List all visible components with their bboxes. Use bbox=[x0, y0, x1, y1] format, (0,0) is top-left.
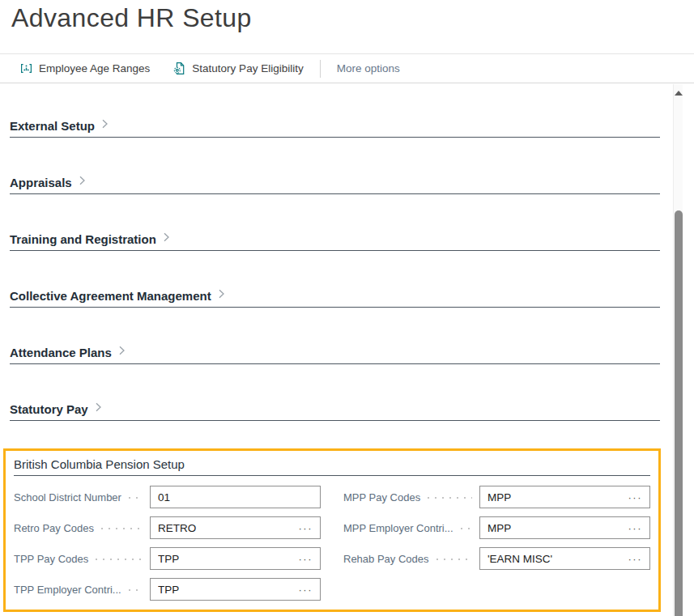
employee-age-ranges-label: Employee Age Ranges bbox=[39, 62, 150, 74]
dotted-leader bbox=[129, 589, 143, 591]
fasttab-label: Collective Agreement Management bbox=[10, 289, 211, 303]
fasttab-rule bbox=[10, 250, 660, 251]
assist-edit-button[interactable]: ··· bbox=[299, 522, 313, 534]
fasttab-label: Training and Registration bbox=[10, 232, 156, 246]
pension-column-2: MPP Pay Codes MPP ··· MPP Employer Contr… bbox=[343, 486, 650, 601]
field-value: RETRO bbox=[158, 522, 299, 534]
dotted-leader bbox=[428, 497, 472, 499]
field-value: TPP bbox=[158, 553, 299, 565]
field-value: 01 bbox=[158, 491, 313, 503]
dotted-leader bbox=[96, 559, 143, 560]
employee-age-ranges-icon bbox=[19, 62, 33, 75]
dotted-leader bbox=[461, 528, 472, 529]
fasttab-section[interactable]: Training and Registration bbox=[10, 220, 660, 277]
fasttab-list: External Setup Appraisals Training and R… bbox=[10, 107, 660, 447]
fasttab-section[interactable]: Attendance Plans bbox=[10, 333, 660, 390]
advanced-hr-setup-page: Advanced HR Setup Employee Age Ranges bbox=[0, 0, 694, 616]
field-row: MPP Pay Codes MPP ··· bbox=[343, 486, 650, 508]
field-value: MPP bbox=[488, 491, 628, 503]
fasttab-rule bbox=[10, 307, 660, 308]
assist-edit-button[interactable]: ··· bbox=[628, 522, 643, 534]
chevron-right-icon bbox=[163, 232, 170, 246]
dotted-leader bbox=[436, 559, 472, 560]
fasttab-rule bbox=[10, 193, 660, 194]
field-input[interactable]: MPP ··· bbox=[479, 516, 650, 539]
field-input[interactable]: TPP ··· bbox=[150, 547, 321, 570]
field-row: TPP Employer Contri... TPP ··· bbox=[14, 578, 321, 601]
toolbar-separator bbox=[320, 60, 321, 78]
field-label-wrap: MPP Pay Codes bbox=[343, 491, 479, 503]
field-label: Retro Pay Codes bbox=[14, 522, 94, 534]
chevron-right-icon bbox=[101, 118, 109, 133]
statutory-pay-eligibility-button[interactable]: Statutory Pay Eligibility bbox=[172, 62, 303, 75]
field-value: MPP bbox=[488, 522, 628, 534]
field-value: TPP bbox=[158, 584, 299, 596]
field-label-wrap: School District Number bbox=[14, 491, 150, 503]
field-input[interactable]: 'EARN MISC' ··· bbox=[479, 547, 650, 570]
field-label-wrap: TPP Pay Codes bbox=[14, 553, 150, 565]
field-row: TPP Pay Codes TPP ··· bbox=[14, 547, 321, 570]
assist-edit-button[interactable]: ··· bbox=[299, 553, 313, 565]
field-label-wrap: Retro Pay Codes bbox=[14, 522, 150, 534]
dotted-leader bbox=[129, 497, 143, 499]
pension-column-1: School District Number 01 Retro Pay Code… bbox=[14, 486, 321, 601]
field-row: Retro Pay Codes RETRO ··· bbox=[14, 516, 321, 539]
scrollbar-up-arrow-icon[interactable] bbox=[675, 91, 683, 96]
fasttab-section[interactable]: Appraisals bbox=[10, 164, 660, 220]
field-value: 'EARN MISC' bbox=[488, 553, 628, 565]
field-label-wrap: Rehab Pay Codes bbox=[343, 553, 479, 565]
field-row: Rehab Pay Codes 'EARN MISC' ··· bbox=[343, 547, 650, 570]
field-input[interactable]: RETRO ··· bbox=[150, 516, 321, 539]
fasttab-rule bbox=[10, 363, 660, 364]
statutory-pay-eligibility-icon bbox=[172, 62, 186, 75]
bc-pension-setup-title: British Columbia Pension Setup bbox=[14, 457, 652, 474]
fasttab-label: Statutory Pay bbox=[10, 402, 88, 416]
fasttab-section[interactable]: Collective Agreement Management bbox=[10, 277, 660, 333]
field-input[interactable]: TPP ··· bbox=[150, 578, 321, 601]
vertical-scrollbar[interactable] bbox=[673, 84, 683, 616]
more-options-button[interactable]: More options bbox=[337, 62, 400, 74]
fasttab-rule bbox=[10, 137, 660, 138]
field-label-wrap: MPP Employer Contri... bbox=[343, 522, 479, 534]
field-row: School District Number 01 bbox=[14, 486, 321, 508]
chevron-right-icon bbox=[218, 288, 225, 303]
field-label: MPP Pay Codes bbox=[343, 491, 420, 503]
fasttab-label: Appraisals bbox=[10, 176, 72, 189]
field-input[interactable]: 01 bbox=[150, 486, 321, 508]
fasttab-label: Attendance Plans bbox=[10, 346, 112, 359]
assist-edit-button[interactable]: ··· bbox=[628, 553, 643, 565]
field-label: MPP Employer Contri... bbox=[343, 522, 453, 534]
chevron-right-icon bbox=[95, 401, 102, 416]
assist-edit-button[interactable]: ··· bbox=[299, 584, 313, 596]
field-row: MPP Employer Contri... MPP ··· bbox=[343, 516, 650, 539]
chevron-right-icon bbox=[79, 175, 86, 189]
fasttab-section[interactable]: Statutory Pay bbox=[10, 390, 660, 447]
dotted-leader bbox=[101, 528, 143, 529]
fasttab-rule bbox=[10, 420, 660, 421]
field-label: Rehab Pay Codes bbox=[343, 553, 429, 565]
page-title: Advanced HR Setup bbox=[11, 3, 252, 33]
action-bar: Employee Age Ranges Statutory Pay Eligib… bbox=[0, 53, 694, 83]
field-input[interactable]: MPP ··· bbox=[479, 486, 650, 508]
chevron-right-icon bbox=[118, 345, 126, 359]
bc-pension-setup-fields: School District Number 01 Retro Pay Code… bbox=[12, 476, 652, 601]
field-label: School District Number bbox=[14, 491, 121, 503]
assist-edit-button[interactable]: ··· bbox=[628, 491, 643, 503]
field-label-wrap: TPP Employer Contri... bbox=[14, 584, 150, 596]
fasttab-label: External Setup bbox=[10, 119, 95, 133]
bc-pension-setup-group: British Columbia Pension Setup School Di… bbox=[3, 448, 661, 612]
statutory-pay-eligibility-label: Statutory Pay Eligibility bbox=[192, 62, 303, 74]
field-label: TPP Pay Codes bbox=[14, 553, 88, 565]
field-label: TPP Employer Contri... bbox=[14, 584, 121, 596]
employee-age-ranges-button[interactable]: Employee Age Ranges bbox=[19, 62, 150, 75]
scrollbar-thumb[interactable] bbox=[675, 210, 683, 616]
fasttab-section[interactable]: External Setup bbox=[10, 107, 660, 164]
